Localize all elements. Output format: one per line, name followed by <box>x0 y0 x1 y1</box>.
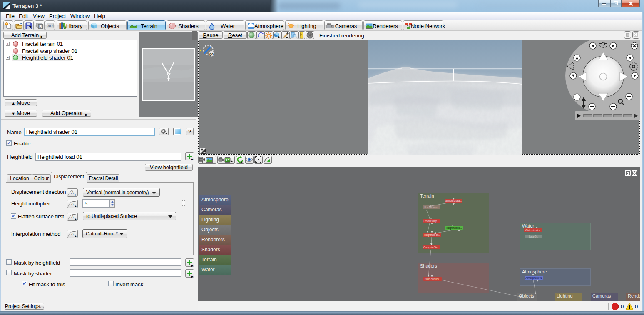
svg-text:go: go <box>209 52 214 56</box>
svg-text:R: R <box>39 25 42 29</box>
svg-text:3D: 3D <box>47 23 52 28</box>
svg-text:P: P <box>226 158 229 162</box>
